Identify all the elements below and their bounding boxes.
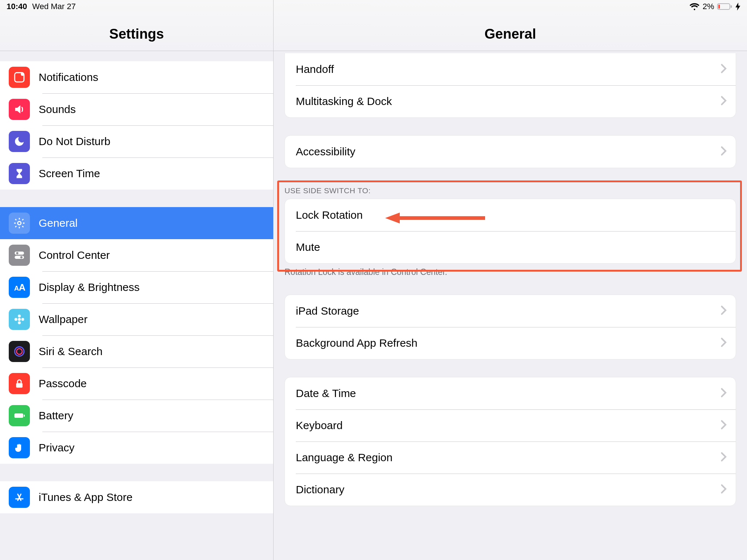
- sidebar-item-wallpaper[interactable]: Wallpaper: [0, 303, 273, 335]
- chevron-right-icon: [720, 452, 727, 463]
- row-accessibility[interactable]: Accessibility: [285, 136, 736, 168]
- row-label: iPad Storage: [296, 305, 359, 317]
- sidebar-item-dnd[interactable]: Do Not Disturb: [0, 125, 273, 158]
- wifi-icon: [689, 3, 700, 11]
- svg-rect-4: [15, 256, 24, 259]
- sidebar-item-general[interactable]: General: [0, 207, 273, 239]
- row-label: Multitasking & Dock: [296, 95, 392, 108]
- svg-point-13: [21, 318, 24, 321]
- sidebar-item-label: Battery: [39, 409, 73, 422]
- status-battery-pct: 2%: [703, 2, 714, 11]
- sidebar: Settings Notifications Sounds: [0, 0, 274, 560]
- hand-icon: [9, 437, 30, 458]
- sidebar-item-sounds[interactable]: Sounds: [0, 93, 273, 125]
- text-size-icon: AA: [9, 277, 30, 298]
- lock-icon: [9, 373, 30, 394]
- sidebar-item-label: Passcode: [39, 377, 87, 390]
- sidebar-item-battery[interactable]: Battery: [0, 400, 273, 432]
- svg-rect-17: [15, 413, 23, 418]
- svg-text:A: A: [14, 284, 19, 292]
- notifications-icon: [9, 67, 30, 88]
- sidebar-item-controlcenter[interactable]: Control Center: [0, 239, 273, 271]
- chevron-right-icon: [720, 305, 727, 317]
- svg-point-11: [18, 321, 21, 324]
- svg-rect-22: [731, 5, 732, 8]
- svg-rect-16: [16, 383, 23, 388]
- row-label: Language & Region: [296, 451, 392, 464]
- content-pane: General Handoff Multitasking & Dock: [274, 0, 747, 560]
- row-label: Dictionary: [296, 483, 344, 496]
- svg-point-10: [18, 315, 21, 318]
- sidebar-item-passcode[interactable]: Passcode: [0, 368, 273, 400]
- chevron-right-icon: [720, 63, 727, 75]
- chevron-right-icon: [720, 388, 727, 399]
- appstore-icon: [9, 487, 30, 508]
- svg-rect-3: [15, 252, 24, 255]
- svg-text:A: A: [19, 282, 26, 292]
- row-label: Date & Time: [296, 387, 356, 400]
- switch-icon: [9, 245, 30, 266]
- gear-icon: [9, 213, 30, 234]
- row-label: Background App Refresh: [296, 337, 418, 349]
- row-background-refresh[interactable]: Background App Refresh: [285, 327, 736, 359]
- status-bar: 10:40 Wed Mar 27 2%: [0, 0, 747, 13]
- sidebar-item-label: Notifications: [39, 71, 98, 83]
- row-label: Lock Rotation: [296, 209, 363, 221]
- svg-rect-23: [719, 5, 720, 9]
- sidebar-item-screentime[interactable]: Screen Time: [0, 158, 273, 190]
- row-ipad-storage[interactable]: iPad Storage: [285, 295, 736, 327]
- row-label: Keyboard: [296, 419, 342, 432]
- sidebar-item-display[interactable]: AA Display & Brightness: [0, 271, 273, 303]
- row-date-time[interactable]: Date & Time: [285, 377, 736, 409]
- sidebar-item-label: General: [39, 217, 78, 229]
- svg-point-5: [16, 252, 18, 254]
- row-label: Accessibility: [296, 145, 355, 158]
- svg-rect-18: [24, 415, 25, 417]
- svg-point-1: [21, 73, 24, 76]
- row-label: Mute: [296, 241, 320, 253]
- svg-point-2: [18, 221, 21, 225]
- row-lock-rotation[interactable]: Lock Rotation: [285, 199, 736, 231]
- status-time: 10:40: [7, 2, 27, 11]
- content-title: General: [484, 26, 536, 42]
- svg-point-15: [16, 349, 22, 354]
- sidebar-item-notifications[interactable]: Notifications: [0, 61, 273, 93]
- siri-icon: [9, 341, 30, 362]
- sidebar-item-label: iTunes & App Store: [39, 491, 132, 503]
- sidebar-title: Settings: [109, 26, 164, 42]
- svg-point-12: [15, 318, 18, 321]
- status-date: Wed Mar 27: [32, 2, 76, 11]
- battery-low-icon: [717, 3, 732, 10]
- sidebar-item-siri[interactable]: Siri & Search: [0, 335, 273, 368]
- sidebar-item-label: Display & Brightness: [39, 281, 140, 293]
- row-keyboard[interactable]: Keyboard: [285, 409, 736, 442]
- sidebar-item-label: Do Not Disturb: [39, 135, 111, 148]
- section-footer-side-switch: Rotation Lock is available in Control Ce…: [274, 264, 747, 277]
- sidebar-item-label: Control Center: [39, 249, 110, 261]
- row-mute[interactable]: Mute: [285, 231, 736, 263]
- chevron-right-icon: [720, 337, 727, 349]
- sounds-icon: [9, 99, 30, 120]
- hourglass-icon: [9, 163, 30, 184]
- row-handoff[interactable]: Handoff: [285, 53, 736, 85]
- row-multitasking[interactable]: Multitasking & Dock: [285, 85, 736, 117]
- sidebar-item-label: Screen Time: [39, 167, 100, 180]
- chevron-right-icon: [720, 420, 727, 431]
- row-language-region[interactable]: Language & Region: [285, 442, 736, 474]
- chevron-right-icon: [720, 96, 727, 107]
- row-label: Handoff: [296, 63, 334, 75]
- sidebar-item-privacy[interactable]: Privacy: [0, 432, 273, 464]
- section-header-side-switch: Use Side Switch To:: [274, 180, 747, 199]
- sidebar-item-itunes[interactable]: iTunes & App Store: [0, 481, 273, 513]
- svg-point-9: [18, 318, 21, 321]
- sidebar-item-label: Wallpaper: [39, 313, 88, 326]
- svg-point-6: [20, 256, 23, 258]
- chevron-right-icon: [720, 146, 727, 158]
- chevron-right-icon: [720, 484, 727, 495]
- moon-icon: [9, 131, 30, 152]
- row-dictionary[interactable]: Dictionary: [285, 474, 736, 506]
- sidebar-item-label: Siri & Search: [39, 345, 102, 358]
- battery-icon: [9, 405, 30, 426]
- flower-icon: [9, 309, 30, 330]
- charging-bolt-icon: [735, 3, 740, 11]
